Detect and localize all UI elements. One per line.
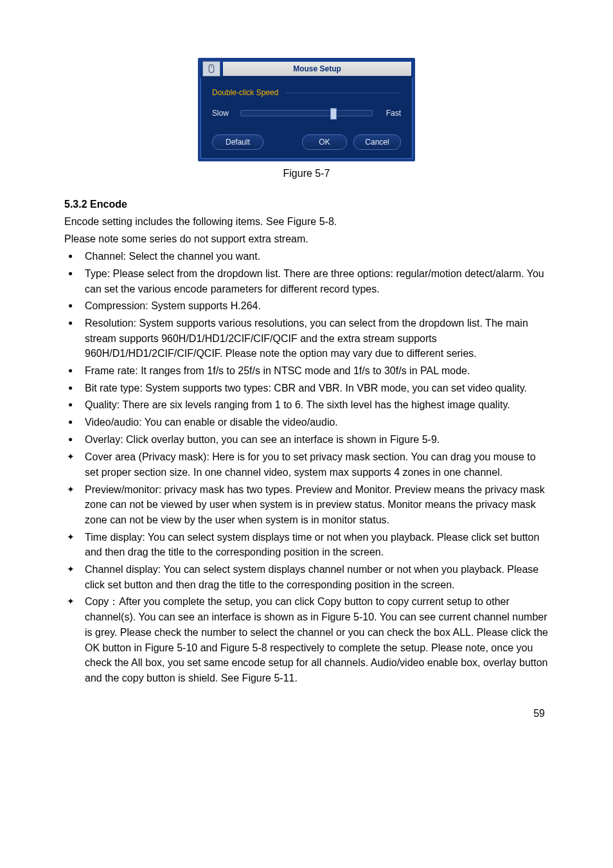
dialog-title: Mouse Setup — [223, 62, 411, 76]
mouse-setup-dialog: Mouse Setup Double-click Speed Slow Fast… — [198, 58, 415, 161]
list-item: Cover area (Privacy mask): Here is for y… — [64, 449, 549, 480]
cancel-button[interactable]: Cancel — [353, 134, 401, 150]
list-item: Quality: There are six levels ranging fr… — [64, 397, 549, 413]
list-item: Bit rate type: System supports two types… — [64, 381, 549, 396]
slider-thumb[interactable] — [330, 108, 337, 120]
section-heading-encode: 5.3.2 Encode — [64, 199, 549, 210]
list-item: Resolution: System supports various reso… — [64, 316, 549, 361]
intro-line-2: Please note some series do not support e… — [64, 231, 549, 246]
list-item: Channel: Select the channel you want. — [64, 249, 549, 264]
default-button[interactable]: Default — [212, 134, 263, 150]
list-item: Channel display: You can select system d… — [64, 562, 549, 592]
mouse-icon — [202, 61, 220, 77]
intro-line-1: Encode setting includes the following it… — [64, 214, 549, 229]
slow-label: Slow — [212, 109, 235, 118]
dialog-titlebar: Mouse Setup — [200, 60, 413, 78]
list-item: Overlay: Click overlay button, you can s… — [64, 432, 549, 448]
ok-button[interactable]: OK — [302, 134, 347, 150]
bullet-list: Channel: Select the channel you want. Ty… — [64, 249, 549, 447]
list-item: Copy：After you complete the setup, you c… — [64, 594, 549, 685]
list-item: Preview/monitor: privacy mask has two ty… — [64, 482, 549, 528]
speed-slider[interactable] — [240, 110, 373, 116]
list-item: Time display: You can select system disp… — [64, 530, 549, 560]
mouse-setup-dialog-figure: Mouse Setup Double-click Speed Slow Fast… — [64, 58, 549, 161]
list-item: Compression: System supports H.264. — [64, 298, 549, 314]
fast-label: Fast — [378, 109, 401, 118]
double-click-speed-label: Double-click Speed — [212, 88, 401, 97]
page-number: 59 — [64, 708, 549, 719]
diamond-list: Cover area (Privacy mask): Here is for y… — [64, 449, 549, 685]
list-item: Video/audio: You can enable or disable t… — [64, 415, 549, 430]
list-item: Frame rate: It ranges from 1f/s to 25f/s… — [64, 363, 549, 379]
figure-caption: Figure 5-7 — [64, 168, 549, 179]
list-item: Type: Please select from the dropdown li… — [64, 266, 549, 296]
